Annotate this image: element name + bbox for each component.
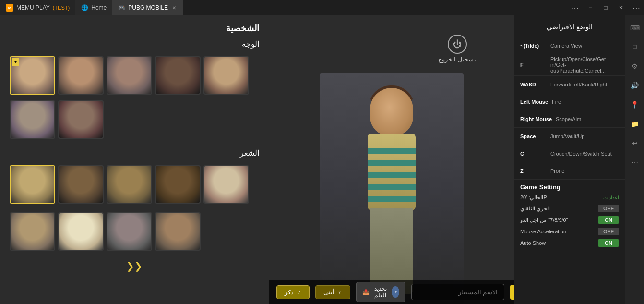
aim-toggle-button[interactable]: ON bbox=[598, 216, 619, 224]
sidebar-icon-settings[interactable]: ⚙ bbox=[626, 58, 644, 75]
keybind-row-3[interactable]: Left Mouse Fire bbox=[514, 93, 625, 110]
tabs-container: M MEMU PLAY (TEST) 🌐 Home 🎮 PUBG MOBILE … bbox=[0, 0, 183, 15]
sidebar-icon-folder[interactable]: 📁 bbox=[626, 115, 644, 133]
hair-item-3[interactable] bbox=[107, 165, 152, 204]
bottom-bar: ♂ ذكر ♀ أنثى 🏳 تحديد العلم 📤 إنشاء bbox=[269, 280, 514, 304]
char-selection-panel: الشخصية الوجه ★ bbox=[0, 15, 269, 304]
hair-item-7[interactable] bbox=[58, 212, 104, 251]
sidebar-icon-keyboard[interactable]: ⌨ bbox=[626, 19, 644, 36]
settings-link[interactable]: اعدادات bbox=[603, 195, 619, 200]
left-menu-dots[interactable]: ⋯ bbox=[567, 3, 583, 12]
action-right-mouse: Scope/Aim bbox=[552, 116, 619, 122]
face-item-1[interactable]: ★ bbox=[10, 56, 55, 95]
action-space: Jump/Vault/Up bbox=[547, 134, 619, 139]
name-input[interactable] bbox=[411, 284, 504, 300]
char-body bbox=[339, 83, 444, 304]
flag-button[interactable]: 🏳 تحديد العلم 📤 bbox=[356, 282, 405, 302]
flag-icon: 🏳 bbox=[392, 286, 399, 298]
hair-image-4 bbox=[156, 166, 200, 203]
aim-toggle-label: "7/8/9/0" من اجل الدو bbox=[520, 217, 568, 223]
keybind-row-0[interactable]: ~(Tilde) Camera View bbox=[514, 37, 625, 54]
aim-toggle-row: "7/8/9/0" من اجل الدو ON bbox=[520, 216, 619, 224]
chevron-down-icon: ❯❯ bbox=[126, 260, 143, 272]
hair-section-title: الشعر bbox=[10, 148, 259, 158]
sidebar-icon-display[interactable]: 🖥 bbox=[626, 38, 644, 56]
face-item-3[interactable] bbox=[107, 56, 152, 95]
game-panel: الشخصية الوجه ★ bbox=[0, 15, 514, 304]
mouse-accel-row: Mouse Acceleration OFF bbox=[520, 228, 619, 235]
game-setting-section: Game Setting الحالي: '20P اعدادات الجري … bbox=[514, 180, 625, 253]
hair-item-1[interactable]: ★ bbox=[10, 165, 55, 204]
hair-image-8 bbox=[107, 213, 151, 250]
sidebar-icon-back[interactable]: ↩ bbox=[626, 134, 644, 152]
char-model-area: ⏻ تسجيل الخروج bbox=[269, 15, 514, 304]
hair-image-1 bbox=[11, 166, 54, 203]
keybind-row-7[interactable]: Z Prone bbox=[514, 162, 625, 180]
auto-show-toggle[interactable]: ON bbox=[598, 239, 619, 247]
stripe-4 bbox=[368, 184, 416, 190]
key-right-mouse: Right Mouse bbox=[520, 116, 552, 122]
sidebar-icon-sound[interactable]: 🔊 bbox=[626, 77, 644, 94]
mouse-accel-toggle[interactable]: OFF bbox=[598, 228, 619, 235]
hair-item-5[interactable] bbox=[203, 165, 249, 204]
keybind-row-1[interactable]: F Pickup/Open/Close/Get-in/Get-out/Parac… bbox=[514, 54, 625, 76]
keybind-row-4[interactable]: Right Mouse Scope/Aim bbox=[514, 110, 625, 128]
pubg-tab[interactable]: 🎮 PUBG MOBILE ✕ bbox=[112, 0, 183, 15]
hair-item-4[interactable] bbox=[155, 165, 201, 204]
stripe-3 bbox=[368, 172, 416, 178]
logout-button[interactable]: ⏻ تسجيل الخروج bbox=[438, 35, 476, 63]
face-item-5[interactable] bbox=[203, 56, 249, 95]
hair-image-5 bbox=[204, 166, 248, 203]
keybind-row-5[interactable]: Space Jump/Vault/Up bbox=[514, 128, 625, 145]
right-menu-dots[interactable]: ⋯ bbox=[629, 3, 644, 12]
male-gender-button[interactable]: ♂ ذكر bbox=[276, 285, 310, 299]
hair-image-7 bbox=[59, 213, 103, 250]
pubg-tab-close[interactable]: ✕ bbox=[171, 4, 178, 11]
face-item-2[interactable] bbox=[58, 56, 104, 95]
hair-image-6 bbox=[11, 213, 54, 250]
face-item-4[interactable] bbox=[155, 56, 201, 95]
hair-item-9[interactable] bbox=[155, 212, 201, 251]
selected-badge-1: ★ bbox=[12, 58, 19, 66]
char-model bbox=[320, 73, 464, 304]
female-icon: ♀ bbox=[337, 289, 342, 296]
hair-item-6[interactable] bbox=[10, 212, 55, 251]
memu-label: MEMU PLAY bbox=[16, 4, 50, 11]
character-area: الشخصية الوجه ★ bbox=[0, 15, 514, 304]
keybind-row-2[interactable]: WASD Forward/Left/Back/Right bbox=[514, 76, 625, 93]
mouse-accel-label: Mouse Acceleration bbox=[520, 229, 566, 234]
logout-label: تسجيل الخروج bbox=[438, 56, 476, 63]
face-item-7[interactable] bbox=[58, 100, 104, 139]
titlebar: M MEMU PLAY (TEST) 🌐 Home 🎮 PUBG MOBILE … bbox=[0, 0, 644, 15]
male-label: ذكر bbox=[285, 289, 294, 296]
memu-tag: (TEST) bbox=[53, 5, 70, 11]
home-tab-label: Home bbox=[91, 4, 107, 11]
restore-button[interactable]: □ bbox=[598, 0, 613, 15]
face-image-6 bbox=[11, 101, 54, 138]
hair-item-2[interactable] bbox=[58, 165, 104, 204]
settings-title: الوضع الافتراضي bbox=[514, 19, 625, 35]
close-button[interactable]: ✕ bbox=[613, 0, 629, 15]
home-icon: 🌐 bbox=[81, 4, 88, 11]
hair-item-8[interactable] bbox=[107, 212, 152, 251]
pubg-icon: 🎮 bbox=[118, 4, 125, 11]
face-item-6[interactable] bbox=[10, 100, 55, 139]
face-grid: ★ bbox=[10, 56, 259, 95]
keybind-row-6[interactable]: C Crouch/Down/Switch Seat bbox=[514, 145, 625, 162]
sidebar-icon-more[interactable]: ⋯ bbox=[626, 154, 644, 171]
key-left-mouse: Left Mouse bbox=[520, 99, 548, 105]
female-gender-button[interactable]: ♀ أنثى bbox=[315, 285, 350, 299]
scroll-indicator: ❯❯ bbox=[10, 256, 259, 276]
sidebar: ⌨ 🖥 ⚙ 🔊 📍 📁 ↩ ⋯ bbox=[625, 15, 644, 304]
memu-logo: M bbox=[6, 4, 13, 12]
sidebar-icon-location[interactable]: 📍 bbox=[626, 96, 644, 113]
hair-grid-row2 bbox=[10, 212, 259, 251]
create-button[interactable]: إنشاء bbox=[510, 285, 515, 300]
home-tab[interactable]: 🌐 Home bbox=[75, 0, 112, 15]
fps-toggle-button[interactable]: OFF bbox=[598, 205, 619, 212]
fps-value: الحالي: '20P bbox=[520, 195, 547, 201]
memu-tab[interactable]: M MEMU PLAY (TEST) bbox=[0, 0, 75, 15]
stripe-5 bbox=[368, 196, 416, 202]
hair-image-3 bbox=[107, 166, 151, 203]
minimize-button[interactable]: − bbox=[583, 0, 598, 15]
